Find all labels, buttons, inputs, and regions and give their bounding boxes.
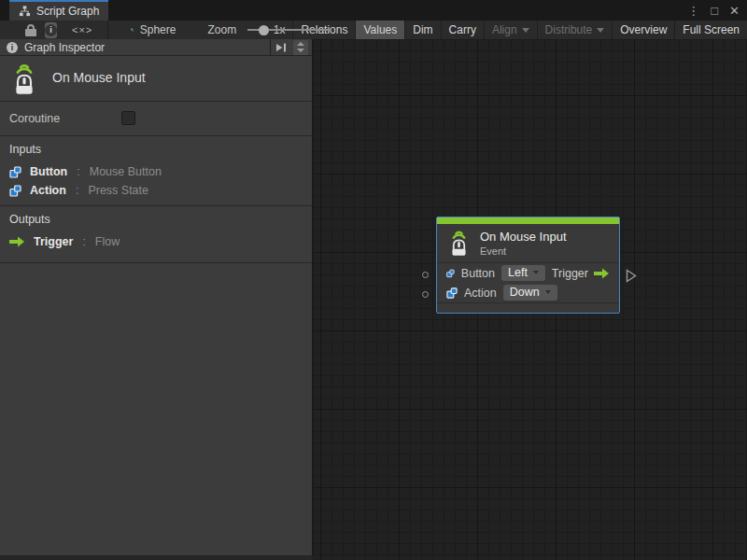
tab-title: Script Graph <box>36 5 99 18</box>
script-graph-icon <box>131 22 134 37</box>
chevron-up-icon[interactable] <box>297 42 304 46</box>
unit-section: On Mouse Input <box>0 56 312 102</box>
inputs-header: Inputs <box>0 143 312 156</box>
inspector-header: i Graph Inspector <box>0 39 312 56</box>
window-controls: ⋮ □ ✕ <box>687 0 740 21</box>
tab-script-graph[interactable]: Script Graph <box>9 0 108 21</box>
lock-icon[interactable] <box>25 24 36 36</box>
info-icon: i <box>7 42 18 53</box>
button-dropdown[interactable]: Left <box>501 265 545 281</box>
outputs-section: Outputs Trigger:Flow <box>0 206 312 263</box>
output-row-trigger: Trigger:Flow <box>0 233 312 250</box>
carry-button[interactable]: Carry <box>441 21 484 39</box>
action-dropdown[interactable]: Down <box>503 285 557 301</box>
zoom-slider-handle[interactable] <box>259 25 269 35</box>
flow-arrow-icon <box>594 268 610 279</box>
tab-bar: Script Graph ⋮ □ ✕ <box>0 0 747 21</box>
graph-inspector-panel: i Graph Inspector On Mous <box>0 39 313 555</box>
unit-title: On Mouse Input <box>52 70 146 85</box>
coroutine-label: Coroutine <box>9 112 60 125</box>
mouse-input-icon <box>448 229 470 257</box>
panel-resize-edge[interactable] <box>0 555 313 560</box>
chevron-down-icon <box>545 290 551 294</box>
unity-script-graph-window: Script Graph ⋮ □ ✕ i <×> Sphere Zoom 1x <box>0 0 747 560</box>
input-row-button: Button:Mouse Button <box>0 163 312 180</box>
value-port-icon <box>446 287 458 299</box>
chevron-down-icon[interactable] <box>297 49 304 52</box>
node-accent-bar <box>437 217 619 224</box>
output-port-trigger[interactable] <box>626 269 637 283</box>
align-dropdown: Align <box>484 21 537 39</box>
chevron-down-icon <box>522 28 529 33</box>
input-port-action[interactable] <box>422 291 429 298</box>
value-port-icon <box>446 268 455 279</box>
node-header[interactable]: On Mouse Input Event <box>437 224 619 263</box>
distribute-dropdown: Distribute <box>537 21 613 39</box>
chevron-down-icon <box>597 28 604 33</box>
inputs-section: Inputs Button:Mouse Button Action:Press … <box>0 136 312 206</box>
zoom-slider[interactable] <box>247 24 266 35</box>
close-icon[interactable]: ✕ <box>729 5 740 17</box>
node-port-label: Action <box>464 287 497 300</box>
value-port-icon <box>9 166 21 178</box>
node-row-button: Button Left Trigger <box>437 263 619 283</box>
node-footer <box>437 302 619 313</box>
graph-toolbar: i <×> Sphere Zoom 1x Relations Values Di… <box>0 21 747 39</box>
mouse-input-icon <box>11 62 37 95</box>
values-button[interactable]: Values <box>355 21 404 39</box>
node-row-action: Action Down <box>437 283 619 302</box>
node-title: On Mouse Input <box>480 230 567 244</box>
flow-arrow-icon <box>9 236 25 247</box>
window-menu-icon[interactable]: ⋮ <box>687 5 699 17</box>
panel-stepper[interactable] <box>293 40 308 55</box>
outputs-header: Outputs <box>0 213 312 226</box>
graph-target-label[interactable]: Sphere <box>140 23 176 36</box>
node-output-label: Trigger <box>552 267 588 280</box>
maximize-icon[interactable]: □ <box>711 5 718 17</box>
toolbar-button-group: Relations Values Dim Carry Align Distrib… <box>292 21 747 39</box>
input-port-button[interactable] <box>422 272 429 278</box>
zoom-label: Zoom <box>207 23 236 36</box>
info-icon: i <box>45 24 57 36</box>
dock-icon <box>275 42 287 53</box>
inspector-toggle-button[interactable]: i <box>45 22 57 38</box>
input-row-action: Action:Press State <box>0 182 312 199</box>
inspector-title: Graph Inspector <box>24 41 270 54</box>
chevron-down-icon <box>533 271 539 274</box>
node-port-label: Button <box>461 267 495 280</box>
edit-script-icon[interactable]: <×> <box>72 24 92 35</box>
coroutine-checkbox[interactable] <box>121 111 135 125</box>
dock-panel-button[interactable] <box>271 40 291 55</box>
node-subtitle: Event <box>480 245 567 257</box>
toolbar-separator <box>107 21 108 39</box>
graph-canvas[interactable]: On Mouse Input Event Button Left Trigger <box>314 39 747 560</box>
overview-button[interactable]: Overview <box>612 21 674 39</box>
node-on-mouse-input[interactable]: On Mouse Input Event Button Left Trigger <box>436 217 620 314</box>
coroutine-row: Coroutine <box>0 102 312 136</box>
fullscreen-button[interactable]: Full Screen <box>674 21 747 39</box>
dim-button[interactable]: Dim <box>404 21 440 39</box>
graph-hierarchy-icon <box>19 6 31 17</box>
value-port-icon <box>9 185 21 197</box>
trigger-output: Trigger <box>552 267 610 280</box>
